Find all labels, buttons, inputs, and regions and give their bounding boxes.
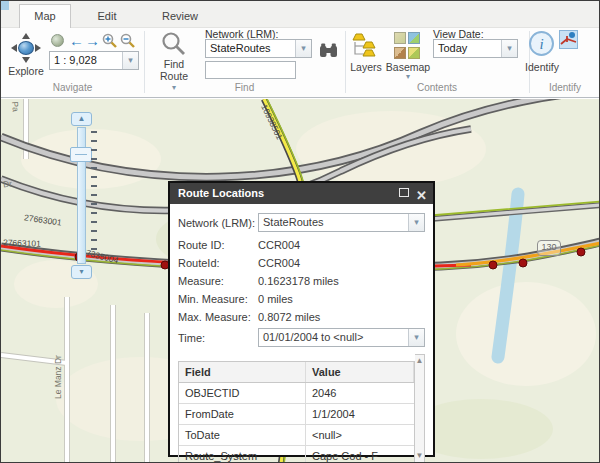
field-value: StateRoutes [259, 214, 408, 231]
zoom-in-icon[interactable] [102, 33, 118, 49]
cell-value: Cape Cod - F Route (Minor Arterial/ Coll… [306, 446, 414, 463]
dialog-title: Route Locations [178, 187, 264, 199]
tab-review[interactable]: Review [143, 4, 217, 28]
cell-value: <null> [306, 425, 414, 445]
field-routeid: RouteId: CCR004 [178, 255, 425, 270]
find-route-button[interactable]: Find Route [153, 58, 195, 82]
route-locations-dialog: Route Locations ✕ Network (LRM): StateRo… [168, 181, 435, 457]
network-dropdown[interactable]: StateRoutes ▾ [258, 213, 425, 232]
field-label: Route ID: [178, 239, 258, 251]
table-row[interactable]: FromDate 1/1/2004 [179, 404, 414, 425]
full-extent-globe-icon[interactable] [51, 34, 64, 47]
field-route-id: Route ID: CCR004 [178, 237, 425, 252]
field-value: CCR004 [258, 257, 300, 269]
attribute-table: Field Value OBJECTID 2046 FromDate 1/1/2… [178, 361, 415, 463]
time-dropdown[interactable]: 01/01/2004 to <null> ▾ [258, 328, 425, 347]
view-date-dropdown[interactable]: Today ▾ [433, 39, 518, 58]
column-header-field[interactable]: Field [179, 362, 306, 382]
view-date-value: Today [434, 40, 501, 57]
route-search-input[interactable] [205, 61, 296, 79]
scroll-up-icon[interactable]: ▲ [415, 355, 424, 367]
field-value: 01/01/2004 to <null> [259, 329, 408, 346]
field-value: CCR004 [258, 239, 300, 251]
group-label-navigate: Navigate [1, 82, 144, 93]
field-label: RouteId: [178, 257, 258, 269]
cell-value: 2046 [306, 383, 414, 403]
app-window: Map Edit Review Explore ← → [0, 0, 600, 463]
scale-value: 1 : 9,028 [50, 52, 122, 69]
dialog-titlebar[interactable]: Route Locations ✕ [170, 183, 433, 204]
network-lrm-dropdown[interactable]: StateRoutes ▾ [205, 39, 312, 58]
basemap-icon[interactable] [394, 32, 421, 59]
table-row[interactable]: OBJECTID 2046 [179, 383, 414, 404]
cell-field: OBJECTID [179, 383, 306, 403]
street-name-label: Pa [10, 101, 21, 112]
field-max-measure: Max. Measure: 0.8072 miles [178, 309, 425, 324]
street-name-label: Dr [2, 178, 12, 189]
field-value: 0.1623178 miles [258, 275, 339, 287]
next-extent-icon[interactable]: → [85, 32, 100, 49]
field-label: Network (LRM): [178, 217, 258, 229]
network-lrm-value: StateRoutes [206, 40, 295, 57]
field-value: 0 miles [258, 293, 293, 305]
chevron-down-icon[interactable]: ▾ [408, 329, 424, 346]
field-value: 0.8072 miles [258, 311, 320, 323]
layers-button[interactable]: Layers [345, 61, 387, 73]
maximize-icon[interactable] [399, 188, 409, 197]
identify-route-tool-icon[interactable] [559, 30, 578, 49]
tab-edit[interactable]: Edit [71, 4, 143, 28]
ribbon: Map Edit Review Explore ← → [1, 1, 600, 98]
dialog-body: Network (LRM): StateRoutes ▾ Route ID: C… [170, 204, 433, 463]
cell-field: ToDate [179, 425, 306, 445]
chevron-down-icon[interactable]: ▾ [122, 52, 138, 69]
table-row[interactable]: ToDate <null> [179, 425, 414, 446]
field-label: Max. Measure: [178, 311, 258, 323]
window-accent [1, 1, 9, 10]
field-measure: Measure: 0.1623178 miles [178, 273, 425, 288]
route-number-label: 27663101 [3, 237, 41, 248]
explore-button[interactable]: Explore [3, 65, 49, 77]
close-icon[interactable]: ✕ [416, 185, 427, 206]
column-header-value[interactable]: Value [306, 362, 414, 382]
identify-icon[interactable]: i [529, 31, 554, 56]
cell-field: FromDate [179, 404, 306, 424]
group-label-find: Find [144, 82, 345, 93]
field-min-measure: Min. Measure: 0 miles [178, 291, 425, 306]
cell-value: 1/1/2004 [306, 404, 414, 424]
table-header-row: Field Value [179, 362, 414, 383]
previous-extent-icon[interactable]: ← [69, 32, 84, 49]
binoculars-icon[interactable] [319, 41, 338, 59]
cell-field: Route_System [179, 446, 306, 463]
explore-compass-icon[interactable] [11, 33, 41, 63]
chevron-down-icon[interactable]: ▾ [295, 40, 311, 57]
field-label: Time: [178, 332, 258, 344]
find-route-magnifier-icon[interactable] [161, 31, 187, 57]
slider-up-icon[interactable]: ▲ [71, 112, 92, 126]
street-name-label: Le Manz Dr [53, 355, 63, 399]
group-label-identify: Identify [529, 82, 600, 93]
layers-icon[interactable] [352, 32, 379, 59]
field-time: Time: 01/01/2004 to <null> ▾ [178, 328, 425, 347]
group-label-contents: Contents [345, 82, 529, 93]
zoom-out-icon[interactable] [120, 33, 136, 49]
table-row[interactable]: Route_System Cape Cod - F Route (Minor A… [179, 446, 414, 463]
identify-button[interactable]: Identify [519, 61, 565, 73]
scroll-down-icon[interactable]: ▼ [415, 450, 424, 462]
slider-thumb[interactable] [70, 147, 92, 162]
field-label: Min. Measure: [178, 293, 258, 305]
field-network: Network (LRM): StateRoutes ▾ [178, 213, 425, 232]
scale-combobox[interactable]: 1 : 9,028 ▾ [49, 51, 139, 70]
chevron-down-icon[interactable]: ▾ [501, 40, 517, 57]
field-label: Measure: [178, 275, 258, 287]
tab-map[interactable]: Map [19, 4, 71, 28]
table-scrollbar[interactable]: ▲ ▼ [415, 354, 425, 463]
slider-down-icon[interactable]: ▾ [71, 265, 92, 279]
ribbon-tab-row: Map Edit Review [1, 1, 600, 28]
route-shield: 130 [537, 240, 561, 256]
basemap-dropdown-caret[interactable]: ▾ [403, 74, 413, 80]
chevron-down-icon[interactable]: ▾ [408, 214, 424, 231]
